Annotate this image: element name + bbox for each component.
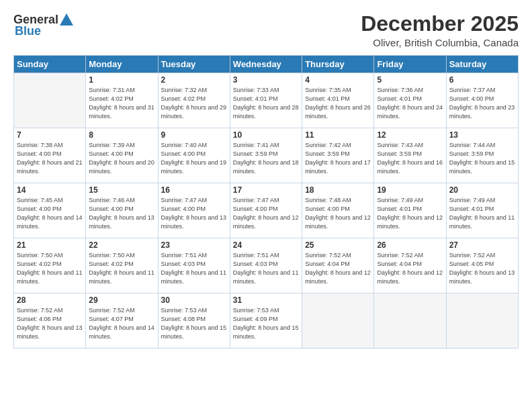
day-info: Sunrise: 7:39 AMSunset: 4:00 PMDaylight:…: [89, 141, 154, 176]
calendar-cell: 2Sunrise: 7:32 AMSunset: 4:02 PMDaylight…: [158, 73, 230, 128]
calendar-cell: 23Sunrise: 7:51 AMSunset: 4:03 PMDayligh…: [158, 238, 230, 293]
day-number: 28: [17, 295, 83, 305]
day-number: 22: [89, 240, 154, 250]
calendar-week-row: 14Sunrise: 7:45 AMSunset: 4:00 PMDayligh…: [14, 183, 519, 238]
day-number: 20: [449, 185, 515, 195]
calendar-cell: 18Sunrise: 7:48 AMSunset: 4:00 PMDayligh…: [302, 183, 374, 238]
day-info: Sunrise: 7:48 AMSunset: 4:00 PMDaylight:…: [305, 196, 371, 231]
calendar-cell: 22Sunrise: 7:50 AMSunset: 4:02 PMDayligh…: [86, 238, 158, 293]
day-info: Sunrise: 7:32 AMSunset: 4:02 PMDaylight:…: [161, 86, 227, 121]
day-number: 2: [161, 75, 227, 85]
calendar-cell: [14, 73, 86, 128]
day-info: Sunrise: 7:53 AMSunset: 4:08 PMDaylight:…: [161, 306, 227, 341]
svg-marker-0: [60, 13, 73, 26]
day-number: 30: [161, 295, 227, 305]
day-info: Sunrise: 7:42 AMSunset: 3:59 PMDaylight:…: [305, 141, 371, 176]
calendar-cell: 15Sunrise: 7:46 AMSunset: 4:00 PMDayligh…: [86, 183, 158, 238]
day-info: Sunrise: 7:47 AMSunset: 4:00 PMDaylight:…: [233, 196, 299, 231]
calendar-cell: 10Sunrise: 7:41 AMSunset: 3:59 PMDayligh…: [230, 128, 302, 183]
day-info: Sunrise: 7:40 AMSunset: 4:00 PMDaylight:…: [161, 141, 227, 176]
day-number: 16: [161, 185, 227, 195]
logo-icon: [59, 12, 74, 27]
calendar-cell: 19Sunrise: 7:49 AMSunset: 4:01 PMDayligh…: [374, 183, 446, 238]
weekday-header: Tuesday: [158, 56, 230, 73]
day-info: Sunrise: 7:51 AMSunset: 4:03 PMDaylight:…: [161, 251, 227, 286]
calendar-cell: 8Sunrise: 7:39 AMSunset: 4:00 PMDaylight…: [86, 128, 158, 183]
calendar-cell: 31Sunrise: 7:53 AMSunset: 4:09 PMDayligh…: [230, 293, 302, 349]
calendar-cell: 12Sunrise: 7:43 AMSunset: 3:59 PMDayligh…: [374, 128, 446, 183]
day-number: 10: [233, 130, 299, 140]
calendar-week-row: 21Sunrise: 7:50 AMSunset: 4:02 PMDayligh…: [14, 238, 519, 293]
day-number: 4: [305, 75, 371, 85]
day-number: 6: [449, 75, 515, 85]
day-number: 7: [17, 130, 83, 140]
day-number: 23: [161, 240, 227, 250]
logo-blue: Blue: [15, 24, 41, 38]
day-info: Sunrise: 7:44 AMSunset: 3:59 PMDaylight:…: [449, 141, 515, 176]
day-info: Sunrise: 7:52 AMSunset: 4:06 PMDaylight:…: [17, 306, 83, 341]
logo: General Blue: [13, 12, 75, 38]
day-info: Sunrise: 7:45 AMSunset: 4:00 PMDaylight:…: [17, 196, 83, 231]
day-number: 8: [89, 130, 154, 140]
calendar-cell: 21Sunrise: 7:50 AMSunset: 4:02 PMDayligh…: [14, 238, 86, 293]
location: Oliver, British Columbia, Canada: [361, 37, 519, 48]
day-info: Sunrise: 7:37 AMSunset: 4:00 PMDaylight:…: [449, 86, 515, 121]
day-number: 5: [377, 75, 443, 85]
day-number: 31: [233, 295, 299, 305]
weekday-header: Wednesday: [230, 56, 302, 73]
calendar-cell: 3Sunrise: 7:33 AMSunset: 4:01 PMDaylight…: [230, 73, 302, 128]
weekday-header: Sunday: [14, 56, 86, 73]
calendar-cell: 7Sunrise: 7:38 AMSunset: 4:00 PMDaylight…: [14, 128, 86, 183]
day-number: 9: [161, 130, 227, 140]
day-number: 12: [377, 130, 443, 140]
day-info: Sunrise: 7:31 AMSunset: 4:02 PMDaylight:…: [89, 86, 154, 121]
weekday-header: Saturday: [446, 56, 518, 73]
day-info: Sunrise: 7:38 AMSunset: 4:00 PMDaylight:…: [17, 141, 83, 176]
weekday-header: Monday: [86, 56, 158, 73]
day-info: Sunrise: 7:36 AMSunset: 4:01 PMDaylight:…: [377, 86, 443, 121]
weekday-header: Thursday: [302, 56, 374, 73]
day-info: Sunrise: 7:51 AMSunset: 4:03 PMDaylight:…: [233, 251, 299, 286]
calendar-week-row: 7Sunrise: 7:38 AMSunset: 4:00 PMDaylight…: [14, 128, 519, 183]
calendar-cell: 14Sunrise: 7:45 AMSunset: 4:00 PMDayligh…: [14, 183, 86, 238]
calendar-week-row: 1Sunrise: 7:31 AMSunset: 4:02 PMDaylight…: [14, 73, 519, 128]
calendar-header-row: SundayMondayTuesdayWednesdayThursdayFrid…: [14, 56, 519, 73]
calendar-cell: 11Sunrise: 7:42 AMSunset: 3:59 PMDayligh…: [302, 128, 374, 183]
calendar-cell: 5Sunrise: 7:36 AMSunset: 4:01 PMDaylight…: [374, 73, 446, 128]
day-number: 25: [305, 240, 371, 250]
calendar-cell: [374, 293, 446, 349]
month-title: December 2025: [361, 12, 519, 36]
calendar-cell: 28Sunrise: 7:52 AMSunset: 4:06 PMDayligh…: [14, 293, 86, 349]
day-number: 3: [233, 75, 299, 85]
day-info: Sunrise: 7:49 AMSunset: 4:01 PMDaylight:…: [377, 196, 443, 231]
weekday-header: Friday: [374, 56, 446, 73]
day-number: 1: [89, 75, 154, 85]
day-info: Sunrise: 7:50 AMSunset: 4:02 PMDaylight:…: [17, 251, 83, 286]
day-info: Sunrise: 7:52 AMSunset: 4:04 PMDaylight:…: [377, 251, 443, 286]
calendar-cell: 24Sunrise: 7:51 AMSunset: 4:03 PMDayligh…: [230, 238, 302, 293]
day-number: 27: [449, 240, 515, 250]
day-info: Sunrise: 7:43 AMSunset: 3:59 PMDaylight:…: [377, 141, 443, 176]
day-number: 18: [305, 185, 371, 195]
calendar-cell: 30Sunrise: 7:53 AMSunset: 4:08 PMDayligh…: [158, 293, 230, 349]
calendar-cell: 1Sunrise: 7:31 AMSunset: 4:02 PMDaylight…: [86, 73, 158, 128]
day-info: Sunrise: 7:50 AMSunset: 4:02 PMDaylight:…: [89, 251, 154, 286]
day-number: 26: [377, 240, 443, 250]
page: General Blue December 2025 Oliver, Briti…: [0, 0, 532, 411]
day-info: Sunrise: 7:52 AMSunset: 4:07 PMDaylight:…: [89, 306, 154, 341]
day-number: 19: [377, 185, 443, 195]
calendar-cell: 26Sunrise: 7:52 AMSunset: 4:04 PMDayligh…: [374, 238, 446, 293]
calendar: SundayMondayTuesdayWednesdayThursdayFrid…: [13, 55, 519, 349]
calendar-cell: 17Sunrise: 7:47 AMSunset: 4:00 PMDayligh…: [230, 183, 302, 238]
day-number: 29: [89, 295, 154, 305]
day-info: Sunrise: 7:46 AMSunset: 4:00 PMDaylight:…: [89, 196, 154, 231]
day-number: 14: [17, 185, 83, 195]
day-info: Sunrise: 7:52 AMSunset: 4:05 PMDaylight:…: [449, 251, 515, 286]
calendar-cell: 25Sunrise: 7:52 AMSunset: 4:04 PMDayligh…: [302, 238, 374, 293]
day-info: Sunrise: 7:41 AMSunset: 3:59 PMDaylight:…: [233, 141, 299, 176]
calendar-cell: 29Sunrise: 7:52 AMSunset: 4:07 PMDayligh…: [86, 293, 158, 349]
calendar-cell: 4Sunrise: 7:35 AMSunset: 4:01 PMDaylight…: [302, 73, 374, 128]
calendar-cell: [302, 293, 374, 349]
calendar-cell: 16Sunrise: 7:47 AMSunset: 4:00 PMDayligh…: [158, 183, 230, 238]
calendar-cell: 6Sunrise: 7:37 AMSunset: 4:00 PMDaylight…: [446, 73, 518, 128]
